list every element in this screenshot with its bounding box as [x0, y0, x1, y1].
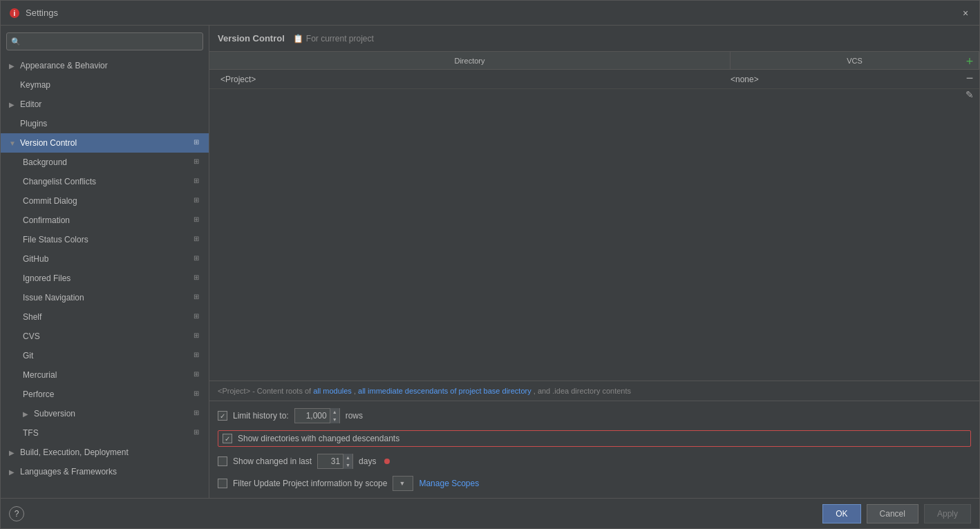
cancel-button[interactable]: Cancel [867, 504, 918, 523]
sidebar-item-plugins[interactable]: Plugins [1, 114, 209, 133]
sidebar-item-git[interactable]: Git ⊞ [1, 346, 209, 365]
edit-button[interactable]: ✎ [963, 88, 977, 102]
sidebar: 🔍 ▶ Appearance & Behavior Keymap ▶ Edito… [1, 26, 209, 498]
spinner-days-down[interactable]: ▼ [343, 461, 352, 469]
manage-scopes-link[interactable]: Manage Scopes [419, 479, 479, 488]
copy-icon: ⊞ [194, 428, 203, 438]
add-button[interactable]: + [963, 55, 977, 68]
sidebar-item-label: File Status Colors [23, 235, 191, 244]
sidebar-item-label: Plugins [20, 119, 203, 128]
sidebar-item-appearance[interactable]: ▶ Appearance & Behavior [1, 56, 209, 75]
sidebar-item-ignored-files[interactable]: Ignored Files ⊞ [1, 269, 209, 288]
sidebar-item-editor[interactable]: ▶ Editor [1, 95, 209, 114]
arrow-icon: ▶ [9, 62, 17, 70]
sidebar-item-keymap[interactable]: Keymap [1, 75, 209, 95]
spinner-up[interactable]: ▲ [330, 408, 339, 416]
copy-icon: ⊞ [194, 293, 203, 302]
copy-icon: ⊞ [194, 215, 203, 225]
sidebar-item-label: Languages & Frameworks [20, 467, 203, 477]
sidebar-item-label: Keymap [20, 80, 203, 90]
copy-icon: ⊞ [194, 177, 203, 186]
sidebar-item-tfs[interactable]: TFS ⊞ [1, 423, 209, 443]
settings-dialog: i Settings × 🔍 ▶ Appearance & Behavior K… [0, 0, 980, 529]
close-button[interactable]: × [960, 8, 971, 19]
spinner-buttons: ▲ ▼ [330, 408, 339, 423]
arrow-icon: ▶ [9, 101, 17, 108]
info-section: <Project> - Content roots of all modules… [209, 381, 979, 401]
sidebar-item-github[interactable]: GitHub ⊞ [1, 249, 209, 269]
dialog-title: Settings [26, 8, 960, 18]
sidebar-item-file-status-colors[interactable]: File Status Colors ⊞ [1, 230, 209, 249]
sidebar-item-commit-dialog[interactable]: Commit Dialog ⊞ [1, 191, 209, 211]
copy-icon: ⊞ [194, 273, 203, 283]
search-input[interactable] [23, 37, 198, 46]
sidebar-item-label: Appearance & Behavior [20, 61, 203, 70]
search-icon: 🔍 [11, 37, 21, 46]
info-text-middle2: , and .idea directory contents [534, 387, 631, 395]
copy-icon: ⊞ [194, 331, 203, 341]
main-content: 🔍 ▶ Appearance & Behavior Keymap ▶ Edito… [1, 26, 979, 498]
copy-icon: ⊞ [194, 235, 203, 244]
sidebar-item-confirmation[interactable]: Confirmation ⊞ [1, 211, 209, 230]
copy-icon: ⊞ [194, 196, 203, 206]
sidebar-item-build-execution[interactable]: ▶ Build, Execution, Deployment [1, 443, 209, 462]
apply-button[interactable]: Apply [924, 504, 971, 523]
sidebar-item-label: Confirmation [23, 215, 191, 225]
sidebar-item-languages-frameworks[interactable]: ▶ Languages & Frameworks [1, 462, 209, 481]
sidebar-item-label: GitHub [23, 254, 191, 264]
sidebar-item-subversion[interactable]: ▶ Subversion ⊞ [1, 404, 209, 423]
ok-button[interactable]: OK [822, 504, 860, 523]
show-changed-days-input-group[interactable]: ▲ ▼ [317, 454, 353, 469]
spinner-down[interactable]: ▼ [330, 416, 339, 423]
sidebar-item-version-control[interactable]: ▼ Version Control ⊞ [1, 133, 209, 153]
arrow-icon: ▼ [9, 140, 17, 147]
arrow-icon: ▶ [23, 410, 31, 418]
panel-body: Directory VCS <Project> <none> + − [209, 52, 979, 498]
scope-dropdown[interactable]: ▼ [393, 476, 413, 491]
spinner-buttons-days: ▲ ▼ [343, 454, 352, 469]
help-button[interactable]: ? [9, 506, 24, 521]
sidebar-item-label: Shelf [23, 312, 191, 322]
filter-update-checkbox[interactable] [218, 479, 227, 488]
sidebar-item-label: Perforce [23, 389, 191, 399]
sidebar-item-issue-navigation[interactable]: Issue Navigation ⊞ [1, 288, 209, 307]
show-changed-in-last-checkbox[interactable] [218, 456, 227, 466]
sidebar-item-label: CVS [23, 331, 191, 341]
table-action-buttons: + − ✎ [963, 55, 977, 102]
panel-header: Version Control 📋 For current project [209, 26, 979, 52]
dropdown-arrow-icon: ▼ [399, 480, 405, 487]
show-changed-days-input[interactable] [318, 456, 343, 466]
sidebar-item-perforce[interactable]: Perforce ⊞ [1, 385, 209, 404]
remove-button[interactable]: − [963, 71, 977, 85]
limit-history-checkbox[interactable] [218, 411, 227, 421]
copy-icon: ⊞ [194, 254, 203, 264]
arrow-icon: ▶ [9, 449, 17, 456]
limit-history-input-group[interactable]: ▲ ▼ [294, 408, 340, 423]
cell-directory: <Project> [215, 75, 725, 84]
search-box[interactable]: 🔍 [6, 32, 203, 50]
copy-icon: ⊞ [194, 312, 203, 322]
limit-history-input[interactable] [295, 411, 330, 421]
sidebar-item-background[interactable]: Background ⊞ [1, 153, 209, 172]
limit-history-label-suffix: rows [346, 411, 363, 421]
sidebar-item-mercurial[interactable]: Mercurial ⊞ [1, 365, 209, 385]
arrow-icon: ▶ [9, 468, 17, 476]
table-row[interactable]: <Project> <none> [209, 70, 979, 89]
spinner-days-up[interactable]: ▲ [343, 454, 352, 461]
panel-title: Version Control [218, 33, 285, 44]
svg-text:i: i [14, 10, 16, 17]
sidebar-item-label: Mercurial [23, 370, 191, 380]
sidebar-item-cvs[interactable]: CVS ⊞ [1, 327, 209, 346]
info-link-descendants[interactable]: all immediate descendants of project bas… [358, 387, 531, 395]
sidebar-item-changelist-conflicts[interactable]: Changelist Conflicts ⊞ [1, 172, 209, 191]
sidebar-item-label: Ignored Files [23, 273, 191, 283]
info-link-all-modules[interactable]: all modules [313, 387, 352, 395]
sidebar-item-label: Background [23, 157, 191, 167]
show-directories-checkbox[interactable] [223, 434, 232, 443]
limit-history-label-prefix: Limit history to: [233, 411, 289, 421]
sidebar-item-label: Commit Dialog [23, 196, 191, 206]
subtitle-icon: 📋 [293, 34, 303, 44]
sidebar-item-label: Git [23, 351, 191, 360]
sidebar-item-shelf[interactable]: Shelf ⊞ [1, 307, 209, 327]
sidebar-item-label: Version Control [20, 138, 191, 148]
